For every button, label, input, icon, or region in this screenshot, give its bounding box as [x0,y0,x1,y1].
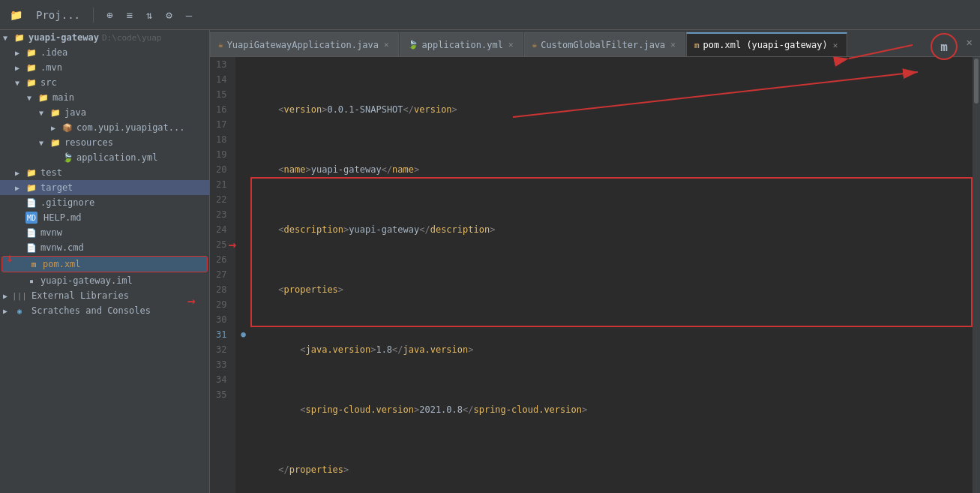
gutter-32 [235,342,250,357]
sidebar-item-pom-xml[interactable]: m pom.xml [1,256,208,272]
sidebar-item-resources[interactable]: ▼ 📁 resources [0,135,209,150]
structure-icon[interactable]: ≡ [122,7,136,23]
code-line-16: <properties> [253,282,973,297]
root-arrow: ▼ [3,34,13,42]
minimize-icon[interactable]: — [182,7,196,23]
tab-app-yml[interactable]: 🍃 application.yml ✕ [400,32,523,56]
resources-label: resources [64,137,113,148]
toolbar: 📁 Proj... ⊕ ≡ ⇅ ⚙ — [0,0,980,30]
main-layout: ▼ 📁 yuapi-gateway D:\code\yuap ▶ 📁 .idea… [0,30,980,493]
line-num-21: 21 [216,177,229,192]
editor-content[interactable]: 13 14 15 16 17 18 19 20 21 22 23 24 25 2… [210,57,980,493]
gitignore-icon: 📄 [25,197,37,209]
line-num-19: 19 [216,147,229,162]
line-num-17: 17 [216,117,229,132]
idea-folder-icon: 📁 [25,47,37,59]
target-arrow: ▶ [15,184,25,192]
tab-pom-xml-label: pom.xml (yuapi-gateway) [703,40,828,50]
sidebar-item-mvn[interactable]: ▶ 📁 .mvn [0,60,209,75]
line-num-28: 28 [216,282,229,297]
tab-pom-xml[interactable]: m pom.xml (yuapi-gateway) ✕ [686,32,847,56]
gutter-35 [235,387,250,402]
sidebar-item-main[interactable]: ▼ 📁 main [0,90,209,105]
editor-area: ☕ YuapiGatewayApplication.java ✕ 🍃 appli… [210,30,980,493]
code-line-19: </properties> [253,462,973,477]
tab-custom-filter-label: CustomGlobalFilter.java [541,40,665,50]
sidebar-item-mvnw[interactable]: 📄 mvnw [0,225,209,240]
sidebar-item-gitignore[interactable]: 📄 .gitignore [0,195,209,210]
scrollbar-thumb[interactable] [974,59,979,104]
code-line-15: <description>yuapi-gateway</description> [253,222,973,237]
gutter-31: ● [235,327,250,342]
gutter-29 [235,297,250,312]
sidebar-item-test[interactable]: ▶ 📁 test [0,165,209,180]
sidebar-root[interactable]: ▼ 📁 yuapi-gateway D:\code\yuap [0,30,209,45]
pom-xml-label: pom.xml [43,259,81,269]
settings-icon[interactable]: ⚙ [162,7,175,23]
resources-arrow: ▼ [39,139,49,147]
src-arrow: ▼ [15,79,25,87]
maven-icon-circle[interactable]: m [931,33,958,60]
help-md-label: HELP.md [43,212,82,223]
gutter-28 [235,282,250,297]
gutter-27 [235,267,250,282]
line-num-18: 18 [216,132,229,147]
tab-app-yml-label: application.yml [422,40,503,50]
mvn-label: .mvn [40,62,62,73]
gutter-20 [235,162,250,177]
md-icon: MD [25,212,37,224]
target-folder-icon: 📁 [25,182,37,194]
sidebar-item-iml[interactable]: ▪ yuapi-gateway.iml [0,273,209,288]
main-folder-icon: 📁 [37,92,49,104]
tab-app-yml-icon: 🍃 [408,40,418,50]
tab-yuapi-app-close[interactable]: ✕ [382,40,391,50]
src-label: src [40,77,57,88]
toolbar-separator-1 [93,8,94,23]
sidebar-item-com[interactable]: ▶ 📦 com.yupi.yuapigat... [0,120,209,135]
tab-custom-filter-icon: ☕ [532,40,538,50]
line-numbers: 13 14 15 16 17 18 19 20 21 22 23 24 25 2… [210,57,235,493]
scratches-arrow: ▶ [3,307,13,315]
yml-file-icon: 🍃 [61,152,73,164]
maven-panel-close[interactable]: ✕ [967,36,973,48]
tab-app-yml-close[interactable]: ✕ [507,40,515,50]
sidebar-item-scratches[interactable]: ▶ ◉ Scratches and Consoles [0,303,209,318]
gutter-22 [235,192,250,207]
line-num-35: 35 [216,387,229,402]
line-num-25: 25 [216,237,229,252]
gutter-13 [235,57,250,72]
sidebar-item-target[interactable]: ▶ 📁 target [0,180,209,195]
app-yml-label: application.yml [76,152,157,163]
sidebar-item-app-yml[interactable]: 🍃 application.yml [0,150,209,165]
mvnw-cmd-icon: 📄 [25,242,37,254]
root-folder-icon: 📁 [13,32,25,44]
sidebar-item-ext-libs[interactable]: ▶ ||| External Libraries [0,288,209,303]
tabs-bar: ☕ YuapiGatewayApplication.java ✕ 🍃 appli… [210,30,980,57]
tab-custom-filter[interactable]: ☕ CustomGlobalFilter.java ✕ [524,32,685,56]
sidebar-item-java-folder[interactable]: ▼ 📁 java [0,105,209,120]
sidebar-item-help-md[interactable]: MD HELP.md [0,210,209,225]
mvn-folder-icon: 📁 [25,62,37,74]
sidebar-item-idea[interactable]: ▶ 📁 .idea [0,45,209,60]
scrollbar[interactable] [973,57,980,493]
idea-arrow: ▶ [15,49,25,57]
tab-custom-filter-close[interactable]: ✕ [669,40,677,50]
line-num-30: 30 [216,312,229,327]
tab-pom-xml-close[interactable]: ✕ [832,41,840,50]
gutter-30 [235,312,250,327]
src-folder-icon: 📁 [25,77,37,89]
com-label: com.yupi.yuapigat... [76,122,185,133]
main-label: main [52,92,74,103]
sync-icon[interactable]: ⊕ [103,7,116,23]
sidebar-item-src[interactable]: ▼ 📁 src [0,75,209,90]
sidebar-item-mvnw-cmd[interactable]: 📄 mvnw.cmd ↓ [0,240,209,255]
sort-icon[interactable]: ⇅ [142,7,156,23]
gutter-19 [235,147,250,162]
gitignore-label: .gitignore [40,197,94,208]
tab-pom-xml-icon: m [694,41,700,50]
tab-yuapi-app[interactable]: ☕ YuapiGatewayApplication.java ✕ [210,32,399,56]
project-icon[interactable]: 📁 [6,7,26,23]
ext-libs-label: External Libraries [31,290,129,301]
code-area[interactable]: <version>0.0.1-SNAPSHOT</version> <name>… [250,57,973,493]
ext-libs-icon: ||| [13,290,25,302]
